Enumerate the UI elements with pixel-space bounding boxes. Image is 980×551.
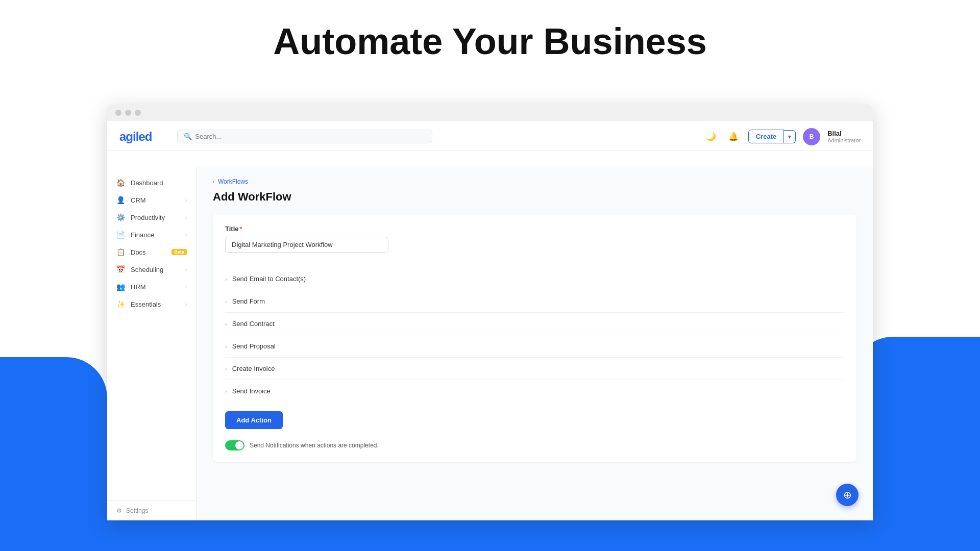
action-list: › Send Email to Contact(s) › Send Form ›… [225, 268, 844, 402]
essentials-icon: ✨ [116, 300, 126, 308]
action-label: Send Invoice [232, 387, 271, 395]
sidebar-item-productivity[interactable]: ⚙️ Productivity › [107, 209, 196, 226]
title-field-label: Title* [225, 225, 844, 233]
main-content: ‹ WorkFlows Add WorkFlow Title* › [197, 167, 873, 520]
breadcrumb-chevron: ‹ [213, 178, 215, 185]
action-item-send-invoice[interactable]: › Send Invoice [225, 380, 844, 402]
action-label: Send Form [232, 297, 265, 305]
app-logo: agiled [119, 130, 152, 144]
form-card: Title* › Send Email to Contact(s) › Send… [213, 214, 856, 462]
chevron-right-icon: › [185, 267, 187, 272]
sidebar-item-label: Docs [131, 248, 166, 256]
notifications-toggle[interactable] [225, 440, 244, 450]
create-button[interactable]: Create [748, 130, 784, 143]
action-item-send-form[interactable]: › Send Form [225, 290, 844, 313]
browser-dot-1 [115, 110, 121, 116]
help-icon: ⊕ [843, 489, 852, 501]
sidebar-item-label: HRM [131, 283, 180, 291]
chevron-icon: › [225, 276, 227, 282]
sidebar-item-essentials[interactable]: ✨ Essentials › [107, 295, 196, 313]
search-bar: 🔍 [177, 130, 432, 143]
sidebar-item-label: Scheduling [131, 266, 180, 273]
chevron-right-icon: › [185, 232, 187, 238]
action-item-send-proposal[interactable]: › Send Proposal [225, 335, 844, 358]
user-info: Bilal Administrator [827, 130, 861, 143]
avatar: B [803, 128, 820, 145]
chevron-icon: › [225, 321, 227, 327]
action-item-send-contract[interactable]: › Send Contract [225, 313, 844, 335]
title-input[interactable] [225, 237, 388, 253]
search-input[interactable] [195, 133, 426, 140]
browser-chrome [107, 105, 873, 121]
toggle-row: Send Notifications when actions are comp… [225, 440, 844, 450]
sidebar: 🏠 Dashboard 👤 CRM › ⚙️ Productivity › 📄 … [107, 167, 197, 520]
action-label: Send Contract [232, 320, 275, 328]
sidebar-item-label: Finance [131, 231, 180, 239]
chevron-icon: › [225, 298, 227, 305]
action-item-create-invoice[interactable]: › Create Invoice [225, 358, 844, 380]
sidebar-item-hrm[interactable]: 👥 HRM › [107, 278, 196, 295]
docs-icon: 📋 [116, 248, 126, 256]
settings-link[interactable]: ⚙ Settings [116, 507, 187, 514]
theme-toggle-btn[interactable]: 🌙 [703, 129, 719, 144]
productivity-icon: ⚙️ [116, 213, 126, 221]
sidebar-item-crm[interactable]: 👤 CRM › [107, 191, 196, 209]
chevron-icon: › [225, 366, 227, 372]
scheduling-icon: 📅 [116, 265, 126, 273]
breadcrumb-parent[interactable]: WorkFlows [218, 178, 248, 185]
sidebar-item-dashboard[interactable]: 🏠 Dashboard [107, 174, 196, 191]
sidebar-item-finance[interactable]: 📄 Finance › [107, 226, 196, 243]
browser-dot-3 [135, 110, 141, 116]
add-action-button[interactable]: Add Action [225, 411, 283, 429]
gear-icon: ⚙ [116, 507, 122, 514]
chevron-icon: › [225, 388, 227, 394]
action-label: Send Proposal [232, 342, 276, 350]
search-icon: 🔍 [184, 133, 192, 140]
crm-icon: 👤 [116, 196, 126, 204]
user-role: Administrator [827, 137, 861, 143]
page-title: Add WorkFlow [213, 190, 856, 204]
browser-window: agiled 🔍 🌙 🔔 Create ▾ B Bilal Administra… [107, 105, 873, 520]
sidebar-item-scheduling[interactable]: 📅 Scheduling › [107, 261, 196, 278]
chevron-right-icon: › [185, 215, 187, 220]
sidebar-item-label: Essentials [131, 300, 180, 308]
sidebar-item-docs[interactable]: 📋 Docs Beta [107, 243, 196, 261]
chevron-right-icon: › [185, 197, 187, 203]
blue-blob-left [0, 357, 107, 551]
action-label: Create Invoice [232, 365, 275, 372]
action-label: Send Email to Contact(s) [232, 275, 306, 283]
beta-badge: Beta [172, 249, 187, 255]
app-frame: agiled 🔍 🌙 🔔 Create ▾ B Bilal Administra… [107, 121, 873, 520]
hero-title: Automate Your Business [0, 0, 980, 78]
chevron-right-icon: › [185, 302, 187, 307]
chevron-icon: › [225, 343, 227, 349]
sidebar-item-label: Dashboard [131, 179, 187, 187]
notifications-btn[interactable]: 🔔 [726, 129, 741, 144]
hrm-icon: 👥 [116, 283, 126, 291]
chevron-right-icon: › [185, 284, 187, 290]
user-name: Bilal [827, 130, 861, 137]
finance-icon: 📄 [116, 231, 126, 239]
full-layout: 🏠 Dashboard 👤 CRM › ⚙️ Productivity › 📄 … [107, 167, 873, 520]
settings-label: Settings [126, 507, 148, 514]
sidebar-item-label: CRM [131, 196, 180, 204]
sidebar-bottom: ⚙ Settings [107, 500, 197, 520]
dashboard-icon: 🏠 [116, 179, 126, 187]
sidebar-item-label: Productivity [131, 214, 180, 221]
create-dropdown-button[interactable]: ▾ [784, 130, 796, 143]
action-item-send-email[interactable]: › Send Email to Contact(s) [225, 268, 844, 290]
browser-dot-2 [125, 110, 131, 116]
top-nav: agiled 🔍 🌙 🔔 Create ▾ B Bilal Administra… [107, 123, 873, 151]
toggle-label: Send Notifications when actions are comp… [250, 442, 379, 449]
help-fab-button[interactable]: ⊕ [836, 484, 859, 506]
nav-right: 🌙 🔔 Create ▾ B Bilal Administrator [703, 128, 861, 145]
breadcrumb: ‹ WorkFlows [213, 178, 856, 185]
